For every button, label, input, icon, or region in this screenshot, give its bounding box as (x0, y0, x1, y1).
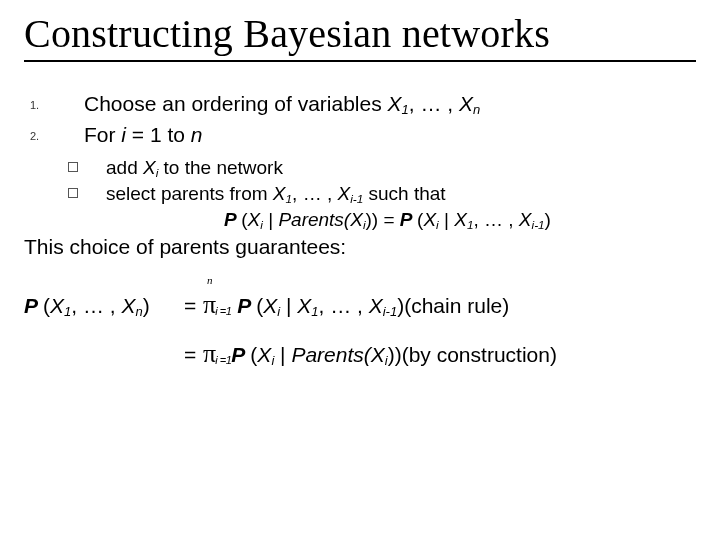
slide-title: Constructing Bayesian networks (24, 10, 696, 62)
text: such that (363, 183, 445, 204)
pi-lower: i =1 (215, 305, 231, 317)
note: (by construction) (402, 343, 557, 366)
pi-upper: n (207, 273, 213, 288)
eq-lhs: P (X1, … , Xn) (24, 292, 184, 321)
condition-eq: P (Xi | Parents(Xi)) = P (Xi | X1, … , X… (224, 207, 696, 233)
var-n: n (191, 123, 203, 146)
equation-row-1: P (X1, … , Xn) = nπi =1 P (Xi | X1, … , … (24, 287, 696, 322)
pi-glyph: π (203, 290, 216, 319)
equals: = (184, 343, 202, 366)
slide: Constructing Bayesian networks 1. Choose… (0, 0, 720, 540)
sub-item-b: select parents from X1, … , Xi-1 such th… (24, 181, 696, 207)
paragraph: This choice of parents guarantees: (24, 233, 696, 261)
eq-rhs: = nπi =1 P (Xi | X1, … , Xi-1)(chain rul… (184, 287, 509, 322)
pi-glyph: π (203, 339, 216, 368)
pi-lower: i =1 (215, 354, 231, 366)
list-number: 2. (24, 121, 84, 149)
pi-symbol: nπ (203, 287, 216, 322)
eq-rhs: = πi =1P (Xi | Parents(Xi))(by construct… (184, 336, 557, 371)
text: add (106, 157, 143, 178)
text: For (84, 123, 121, 146)
text: select parents from (106, 183, 273, 204)
list-item-2: 2. For i = 1 to n (24, 121, 696, 149)
pi-symbol: π (203, 336, 216, 371)
square-bullet-icon (68, 162, 78, 172)
slide-body: 1. Choose an ordering of variables X1, …… (24, 90, 696, 371)
note: (chain rule) (404, 294, 509, 317)
sub-list: add Xi to the network select parents fro… (24, 155, 696, 207)
list-number: 1. (24, 90, 84, 119)
text: Choose an ordering of variables (84, 92, 388, 115)
equals: = (184, 294, 202, 317)
text: to the network (158, 157, 283, 178)
list-item-1: 1. Choose an ordering of variables X1, …… (24, 90, 696, 119)
sub-text: select parents from X1, … , Xi-1 such th… (106, 181, 446, 207)
sub-text: add Xi to the network (106, 155, 283, 181)
list-text: Choose an ordering of variables X1, … , … (84, 90, 480, 119)
ordered-list: 1. Choose an ordering of variables X1, …… (24, 90, 696, 149)
equation-row-2: = πi =1P (Xi | Parents(Xi))(by construct… (24, 336, 696, 371)
square-bullet-icon (68, 188, 78, 198)
text: = 1 to (126, 123, 191, 146)
list-text: For i = 1 to n (84, 121, 203, 149)
sub-item-a: add Xi to the network (24, 155, 696, 181)
equation-block: P (X1, … , Xn) = nπi =1 P (Xi | X1, … , … (24, 287, 696, 371)
